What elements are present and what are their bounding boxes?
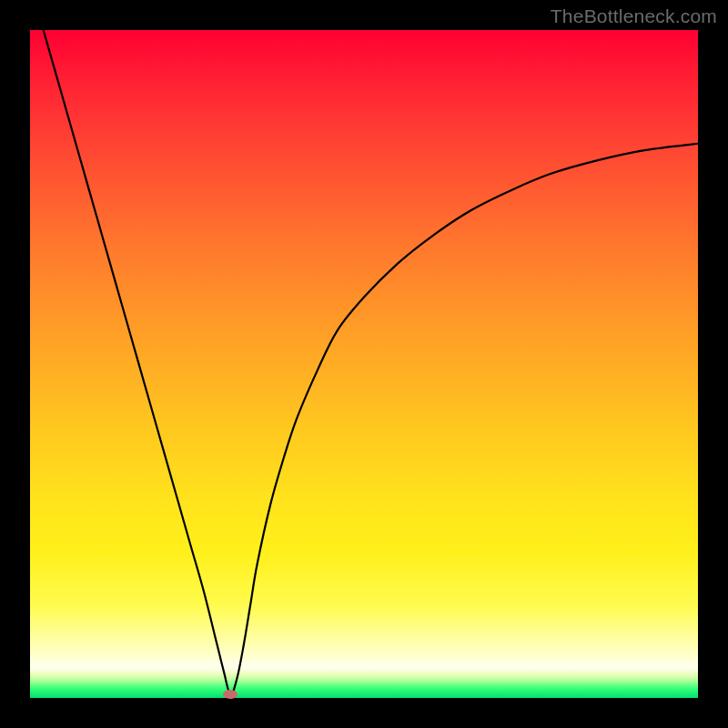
optimum-marker (223, 690, 238, 699)
curve-svg (30, 30, 698, 698)
bottleneck-curve (44, 30, 698, 694)
chart-frame: TheBottleneck.com (0, 0, 728, 728)
plot-area (30, 30, 698, 698)
watermark-text: TheBottleneck.com (551, 5, 717, 27)
